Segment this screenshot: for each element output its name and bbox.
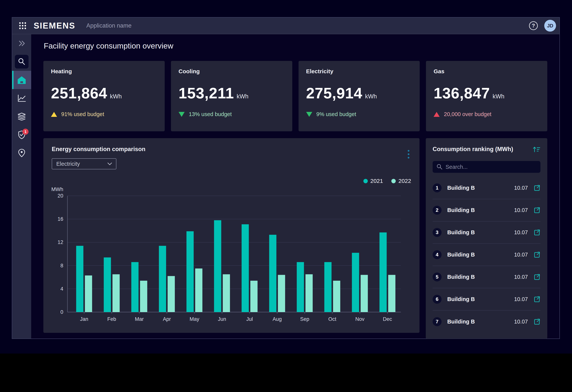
bar-2022-apr[interactable] bbox=[168, 276, 175, 312]
kpi-value-row: 251,864kWh bbox=[51, 84, 157, 102]
building-name: Building B bbox=[447, 296, 514, 302]
kpi-status-text: 9% used budget bbox=[317, 111, 356, 117]
app-launcher-icon[interactable] bbox=[18, 21, 27, 30]
kpi-unit: kWh bbox=[110, 93, 122, 100]
sidebar-item-collapse[interactable] bbox=[12, 34, 31, 52]
bar-2021-jan[interactable] bbox=[76, 246, 83, 312]
kpi-status: 13% used budget bbox=[178, 111, 285, 117]
ranking-row-3[interactable]: 3Building B10.07 bbox=[433, 222, 540, 244]
x-tick-label: Feb bbox=[107, 316, 116, 322]
external-link-icon bbox=[534, 251, 540, 258]
ranking-row-2[interactable]: 2Building B10.07 bbox=[433, 199, 540, 222]
bar-2022-dec[interactable] bbox=[388, 275, 395, 312]
building-name: Building B bbox=[447, 229, 514, 236]
ranking-row-1[interactable]: 1Building B10.07 bbox=[433, 177, 540, 199]
bar-2021-sep[interactable] bbox=[297, 262, 304, 312]
kpi-label: Cooling bbox=[178, 68, 285, 75]
kpi-status: 9% used budget bbox=[306, 111, 412, 117]
sort-ascending-icon bbox=[533, 146, 540, 153]
sidebar-item-search[interactable] bbox=[12, 52, 31, 71]
search-input[interactable] bbox=[445, 164, 537, 170]
kpi-value: 275,914 bbox=[306, 84, 363, 102]
bar-2022-jan[interactable] bbox=[85, 276, 92, 312]
x-tick-label: Apr bbox=[163, 316, 171, 322]
x-tick-label: Sep bbox=[300, 316, 309, 322]
bar-2022-nov[interactable] bbox=[361, 275, 368, 312]
bar-2022-jun[interactable] bbox=[223, 274, 230, 312]
consumption-value: 10.07 bbox=[514, 296, 528, 302]
energy-type-dropdown[interactable]: Electricity bbox=[52, 158, 116, 169]
x-tick-label: Jan bbox=[80, 316, 88, 322]
open-building-button[interactable] bbox=[534, 185, 540, 191]
main-content: Facility energy consumption overview Hea… bbox=[31, 34, 559, 339]
kpi-status-text: 20,000 over budget bbox=[444, 111, 491, 117]
ranking-row-7[interactable]: 7Building B10.07 bbox=[433, 310, 540, 333]
chart-menu-kebab-icon[interactable] bbox=[404, 148, 413, 160]
kpi-card-gas: Gas136,847kWh20,000 over budget bbox=[426, 61, 547, 131]
sidebar-item-home[interactable] bbox=[12, 71, 31, 89]
external-link-icon bbox=[534, 296, 540, 303]
bar-2021-jul[interactable] bbox=[242, 224, 249, 312]
siemens-logo: SIEMENS bbox=[34, 21, 75, 31]
x-tick-label: Nov bbox=[355, 316, 364, 322]
bar-2021-nov[interactable] bbox=[352, 253, 359, 312]
bar-2021-oct[interactable] bbox=[324, 262, 332, 312]
help-button[interactable]: ? bbox=[529, 21, 538, 30]
bar-2021-mar[interactable] bbox=[131, 262, 139, 312]
sort-button[interactable] bbox=[533, 146, 540, 153]
y-tick-label: 20 bbox=[58, 193, 63, 199]
chart-panel: Energy consumption comparison Electricit… bbox=[43, 138, 419, 333]
app-body: 1 Facility energy consumption overview H… bbox=[12, 34, 559, 339]
bar-2022-mar[interactable] bbox=[140, 281, 147, 312]
open-building-button[interactable] bbox=[534, 296, 540, 303]
y-tick-label: 12 bbox=[58, 239, 63, 245]
triangle-down-icon bbox=[178, 112, 185, 117]
triangle-down-icon bbox=[306, 112, 312, 117]
bar-2022-sep[interactable] bbox=[305, 274, 313, 312]
sidebar-item-analytics[interactable] bbox=[12, 89, 31, 107]
sidebar-item-compliance[interactable]: 1 bbox=[12, 126, 31, 144]
bar-chart: 048121620MWhJanFebMarAprMayJunJulAugSepO… bbox=[43, 182, 419, 333]
open-building-button[interactable] bbox=[534, 274, 540, 280]
open-building-button[interactable] bbox=[534, 207, 540, 214]
sidebar-item-locations[interactable] bbox=[12, 144, 31, 162]
bar-2022-may[interactable] bbox=[195, 268, 202, 312]
open-building-button[interactable] bbox=[534, 251, 540, 258]
ranking-row-6[interactable]: 6Building B10.07 bbox=[433, 288, 540, 310]
kpi-value-row: 136,847kWh bbox=[434, 84, 540, 102]
rank-number-badge: 1 bbox=[433, 183, 442, 192]
open-building-button[interactable] bbox=[534, 318, 540, 325]
external-link-icon bbox=[534, 229, 540, 236]
bar-2021-aug[interactable] bbox=[269, 235, 276, 312]
kpi-row: Heating251,864kWh91% used budgetCooling1… bbox=[43, 61, 547, 131]
bar-2022-aug[interactable] bbox=[278, 275, 285, 312]
second-row: Energy consumption comparison Electricit… bbox=[43, 138, 547, 339]
kpi-value-row: 153,211kWh bbox=[178, 84, 285, 102]
bar-2021-jun[interactable] bbox=[214, 220, 221, 312]
bar-2022-feb[interactable] bbox=[112, 274, 120, 312]
y-tick-label: 16 bbox=[58, 216, 63, 222]
user-avatar[interactable]: JD bbox=[544, 20, 556, 32]
sidebar-item-layers[interactable] bbox=[12, 107, 31, 126]
ranking-row-4[interactable]: 4Building B10.07 bbox=[433, 244, 540, 266]
bar-2021-dec[interactable] bbox=[380, 232, 387, 312]
bar-2021-feb[interactable] bbox=[104, 258, 111, 312]
ranking-row-5[interactable]: 5Building B10.07 bbox=[433, 266, 540, 288]
x-tick-label: Aug bbox=[272, 316, 282, 322]
chart-panel-header: Energy consumption comparison bbox=[43, 138, 419, 153]
bar-2021-may[interactable] bbox=[187, 231, 194, 312]
kpi-value: 153,211 bbox=[178, 84, 234, 102]
bar-2022-oct[interactable] bbox=[333, 281, 340, 312]
kpi-card-cooling: Cooling153,211kWh13% used budget bbox=[171, 61, 292, 131]
line-chart-icon bbox=[17, 94, 26, 102]
top-bar: SIEMENS Application name ? JD bbox=[12, 17, 559, 34]
rank-number-badge: 3 bbox=[433, 228, 442, 237]
consumption-value: 10.07 bbox=[514, 252, 528, 258]
bar-2021-apr[interactable] bbox=[159, 246, 166, 312]
open-building-button[interactable] bbox=[534, 229, 540, 236]
kpi-value: 136,847 bbox=[434, 84, 490, 102]
kpi-unit: kWh bbox=[493, 93, 504, 100]
bar-2022-jul[interactable] bbox=[250, 281, 257, 312]
kpi-status: 20,000 over budget bbox=[434, 111, 540, 117]
notification-badge: 1 bbox=[22, 129, 29, 135]
